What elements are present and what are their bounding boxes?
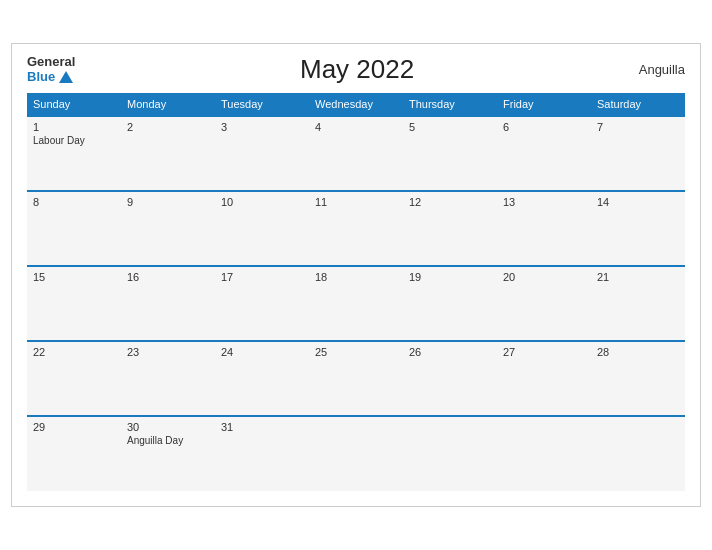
calendar-cell: 1Labour Day [27, 116, 121, 191]
day-number: 11 [315, 196, 397, 208]
holiday-name: Anguilla Day [127, 435, 209, 446]
calendar-cell: 26 [403, 341, 497, 416]
day-number: 20 [503, 271, 585, 283]
calendar-cell: 19 [403, 266, 497, 341]
calendar-cell: 28 [591, 341, 685, 416]
header-thursday: Thursday [403, 93, 497, 116]
day-number: 4 [315, 121, 397, 133]
calendar-header: General Blue May 2022 Anguilla [27, 54, 685, 85]
header-tuesday: Tuesday [215, 93, 309, 116]
calendar-cell: 2 [121, 116, 215, 191]
day-number: 19 [409, 271, 491, 283]
day-number: 6 [503, 121, 585, 133]
day-number: 7 [597, 121, 679, 133]
holiday-name: Labour Day [33, 135, 115, 146]
day-number: 15 [33, 271, 115, 283]
day-number: 24 [221, 346, 303, 358]
calendar-container: General Blue May 2022 Anguilla Sunday Mo… [11, 43, 701, 507]
weekday-header-row: Sunday Monday Tuesday Wednesday Thursday… [27, 93, 685, 116]
day-number: 26 [409, 346, 491, 358]
day-number: 1 [33, 121, 115, 133]
day-number: 29 [33, 421, 115, 433]
calendar-cell: 12 [403, 191, 497, 266]
calendar-cell: 31 [215, 416, 309, 491]
header-monday: Monday [121, 93, 215, 116]
logo-blue-text: Blue [27, 70, 73, 84]
day-number: 27 [503, 346, 585, 358]
calendar-week-row: 891011121314 [27, 191, 685, 266]
calendar-week-row: 1Labour Day234567 [27, 116, 685, 191]
day-number: 8 [33, 196, 115, 208]
calendar-cell: 7 [591, 116, 685, 191]
day-number: 10 [221, 196, 303, 208]
calendar-body: 1Labour Day23456789101112131415161718192… [27, 116, 685, 491]
calendar-cell: 6 [497, 116, 591, 191]
day-number: 9 [127, 196, 209, 208]
calendar-cell: 29 [27, 416, 121, 491]
calendar-cell: 22 [27, 341, 121, 416]
day-number: 14 [597, 196, 679, 208]
day-number: 25 [315, 346, 397, 358]
day-number: 22 [33, 346, 115, 358]
calendar-header-row: Sunday Monday Tuesday Wednesday Thursday… [27, 93, 685, 116]
calendar-cell: 4 [309, 116, 403, 191]
calendar-cell: 14 [591, 191, 685, 266]
logo-triangle-icon [59, 71, 73, 83]
day-number: 18 [315, 271, 397, 283]
day-number: 30 [127, 421, 209, 433]
logo: General Blue [27, 55, 75, 84]
calendar-cell: 25 [309, 341, 403, 416]
calendar-cell: 21 [591, 266, 685, 341]
day-number: 21 [597, 271, 679, 283]
day-number: 12 [409, 196, 491, 208]
day-number: 16 [127, 271, 209, 283]
calendar-week-row: 15161718192021 [27, 266, 685, 341]
day-number: 3 [221, 121, 303, 133]
day-number: 2 [127, 121, 209, 133]
calendar-cell: 27 [497, 341, 591, 416]
calendar-table: Sunday Monday Tuesday Wednesday Thursday… [27, 93, 685, 491]
logo-general-text: General [27, 55, 75, 69]
calendar-cell: 18 [309, 266, 403, 341]
header-friday: Friday [497, 93, 591, 116]
day-number: 31 [221, 421, 303, 433]
calendar-week-row: 22232425262728 [27, 341, 685, 416]
calendar-cell: 30Anguilla Day [121, 416, 215, 491]
calendar-cell [591, 416, 685, 491]
calendar-cell [497, 416, 591, 491]
day-number: 23 [127, 346, 209, 358]
calendar-cell [309, 416, 403, 491]
calendar-cell: 3 [215, 116, 309, 191]
day-number: 5 [409, 121, 491, 133]
day-number: 28 [597, 346, 679, 358]
calendar-cell: 20 [497, 266, 591, 341]
calendar-week-row: 2930Anguilla Day31 [27, 416, 685, 491]
calendar-cell: 11 [309, 191, 403, 266]
day-number: 13 [503, 196, 585, 208]
calendar-cell: 8 [27, 191, 121, 266]
country-label: Anguilla [639, 62, 685, 77]
calendar-cell: 23 [121, 341, 215, 416]
calendar-cell: 17 [215, 266, 309, 341]
calendar-cell: 13 [497, 191, 591, 266]
header-wednesday: Wednesday [309, 93, 403, 116]
calendar-cell: 9 [121, 191, 215, 266]
calendar-cell: 15 [27, 266, 121, 341]
month-title: May 2022 [300, 54, 414, 85]
calendar-cell: 5 [403, 116, 497, 191]
calendar-cell: 16 [121, 266, 215, 341]
header-sunday: Sunday [27, 93, 121, 116]
calendar-cell [403, 416, 497, 491]
day-number: 17 [221, 271, 303, 283]
calendar-cell: 24 [215, 341, 309, 416]
calendar-cell: 10 [215, 191, 309, 266]
header-saturday: Saturday [591, 93, 685, 116]
